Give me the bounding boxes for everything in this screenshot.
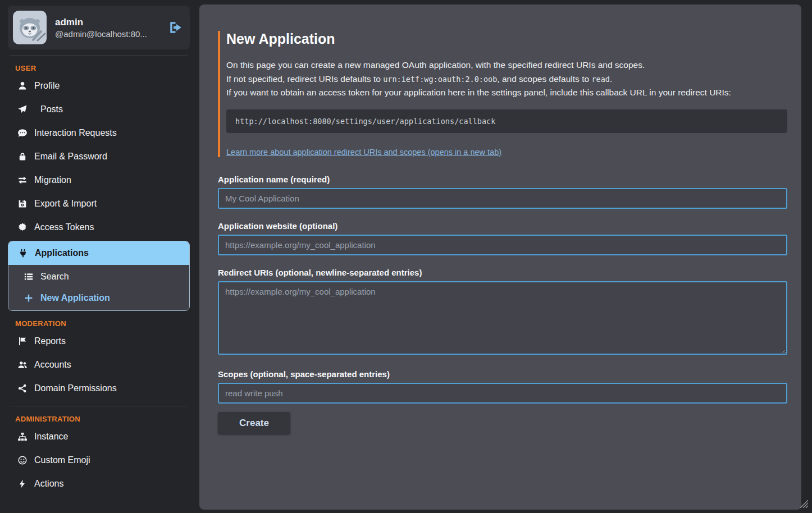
callback-url-box[interactable]: http://localhost:8080/settings/user/appl… xyxy=(226,109,787,133)
smile-icon xyxy=(17,455,28,465)
sidebar-item-label: Accounts xyxy=(34,360,71,370)
sidebar-item-label: Search xyxy=(40,272,69,282)
description-line1: On this page you can create a new manage… xyxy=(226,60,645,70)
users-icon xyxy=(17,360,28,370)
scopes-field: Scopes (optional, space-separated entrie… xyxy=(218,369,787,404)
sidebar-item-actions[interactable]: Actions xyxy=(8,472,190,496)
sidebar-item-label: Instance xyxy=(34,432,68,442)
plug-icon xyxy=(17,248,29,258)
sidebar-item-access-tokens[interactable]: Access Tokens xyxy=(8,216,190,239)
sidebar-item-label: Domain Permissions xyxy=(34,383,117,393)
sidebar-item-label: Migration xyxy=(34,175,71,185)
arrows-right-left-icon xyxy=(17,175,28,185)
redirect-uris-label: Redirect URIs (optional, newline-separat… xyxy=(218,268,787,277)
sitemap-icon xyxy=(17,432,28,442)
page-title: New Application xyxy=(226,31,787,47)
section-label-moderation: MODERATION xyxy=(15,319,190,328)
flag-icon xyxy=(17,336,28,346)
sidebar-divider xyxy=(10,55,188,56)
application-name-field: Application name (required) xyxy=(218,175,787,209)
sidebar-item-interaction-requests[interactable]: Interaction Requests xyxy=(8,121,190,145)
new-application-form: Application name (required) Application … xyxy=(218,175,787,434)
application-name-input[interactable] xyxy=(218,188,787,209)
sidebar-item-posts[interactable]: Posts xyxy=(8,98,190,121)
sidebar-divider xyxy=(10,406,188,406)
sidebar-item-label: Reports xyxy=(34,336,66,346)
sidebar-item-label: Interaction Requests xyxy=(34,128,117,138)
sidebar-item-label: Profile xyxy=(34,81,60,91)
read-code: read xyxy=(591,75,610,84)
comment-dots-icon xyxy=(17,128,28,138)
application-website-label: Application website (optional) xyxy=(218,221,787,231)
floppy-disk-icon xyxy=(17,199,28,209)
sidebar-item-accounts[interactable]: Accounts xyxy=(8,353,190,377)
sidebar-item-instance[interactable]: Instance xyxy=(8,425,190,448)
avatar xyxy=(13,11,47,44)
sidebar-item-label: Posts xyxy=(40,104,63,114)
user-name: admin xyxy=(55,16,147,29)
application-name-label: Application name (required) xyxy=(218,175,787,184)
user-card[interactable]: admin @admin@localhost:80... xyxy=(8,6,190,49)
sidebar-item-applications[interactable]: Applications xyxy=(8,241,189,265)
logout-icon[interactable] xyxy=(168,20,183,35)
scopes-input[interactable] xyxy=(218,383,787,404)
bolt-icon xyxy=(17,479,28,489)
oob-code: urn:ietf:wg:oauth:2.0:oob xyxy=(383,75,497,84)
redirect-uris-textarea[interactable] xyxy=(218,281,787,355)
learn-more-link[interactable]: Learn more about application redirect UR… xyxy=(226,148,501,157)
description-line3: If you want to obtain an access token fo… xyxy=(226,88,731,97)
main-region: New Application On this page you can cre… xyxy=(199,0,812,513)
applications-submenu: Search New Application xyxy=(8,265,189,310)
redirect-uris-field: Redirect URIs (optional, newline-separat… xyxy=(218,268,787,357)
lock-icon xyxy=(17,152,28,162)
sidebar-item-new-application[interactable]: New Application xyxy=(8,287,189,309)
user-icon xyxy=(17,81,28,91)
sidebar-item-label: Access Tokens xyxy=(34,222,94,232)
applications-group: Applications Search New Application xyxy=(8,241,190,311)
sidebar-item-profile[interactable]: Profile xyxy=(8,74,190,98)
sidebar-item-migration[interactable]: Migration xyxy=(8,168,190,192)
sidebar-item-label: Custom Emoji xyxy=(34,455,90,465)
list-icon xyxy=(23,272,34,282)
sidebar-item-reports[interactable]: Reports xyxy=(8,329,190,353)
sidebar-item-label: Applications xyxy=(35,248,89,258)
application-website-field: Application website (optional) xyxy=(218,221,787,255)
description-line2: If not specified, redirect URIs defaults… xyxy=(226,74,612,84)
scopes-label: Scopes (optional, space-separated entrie… xyxy=(218,369,787,379)
sidebar-item-label: Export & Import xyxy=(34,199,97,209)
page-description: On this page you can create a new manage… xyxy=(226,58,787,100)
sidebar-item-export-import[interactable]: Export & Import xyxy=(8,192,190,216)
sidebar-item-label: Email & Password xyxy=(34,152,107,162)
paper-plane-icon xyxy=(17,104,28,114)
page-header: New Application On this page you can cre… xyxy=(218,31,787,157)
sidebar-item-email-password[interactable]: Email & Password xyxy=(8,145,190,168)
plus-icon xyxy=(23,293,34,303)
user-meta: admin @admin@localhost:80... xyxy=(55,16,147,38)
section-label-administration: ADMINISTRATION xyxy=(15,415,190,423)
sidebar-item-domain-permissions[interactable]: Domain Permissions xyxy=(8,377,190,400)
certificate-icon xyxy=(17,222,28,232)
sidebar-item-label: New Application xyxy=(40,293,110,303)
settings-sidebar: admin @admin@localhost:80... USER Profil… xyxy=(0,0,199,513)
section-label-user: USER xyxy=(15,64,190,72)
resize-grip[interactable] xyxy=(797,499,808,510)
sidebar-item-search[interactable]: Search xyxy=(8,266,189,287)
create-button[interactable]: Create xyxy=(218,412,290,434)
sidebar-item-label: Actions xyxy=(34,479,63,489)
user-handle: @admin@localhost:80... xyxy=(55,29,147,39)
sidebar-item-custom-emoji[interactable]: Custom Emoji xyxy=(8,448,190,472)
share-nodes-icon xyxy=(17,383,28,393)
application-website-input[interactable] xyxy=(218,235,787,255)
content-panel: New Application On this page you can cre… xyxy=(199,4,801,510)
